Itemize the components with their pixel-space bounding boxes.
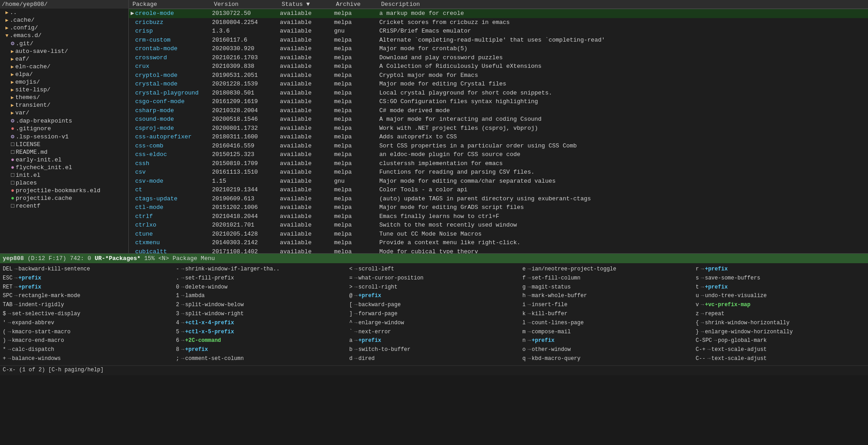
table-row[interactable]: cricbuzz 20180804.2254 available melpa C… (129, 18, 868, 27)
table-row[interactable]: csproj-mode 20200801.1732 available melp… (129, 124, 868, 133)
pkg-name[interactable]: cubicaltt (133, 247, 167, 254)
pkg-name[interactable]: ctune (133, 230, 153, 239)
table-row[interactable]: css-comb 20160416.559 available melpa So… (129, 142, 868, 151)
kb-arrow: → (8, 310, 11, 319)
table-row[interactable]: ctrlf 20210418.2044 available melpa Emac… (129, 212, 868, 221)
tree-item-flycheckinit[interactable]: ● flycheck_init.el (0, 164, 128, 171)
table-row[interactable]: csv 20161113.1510 available melpa Functi… (129, 168, 868, 177)
pkg-name[interactable]: csv-mode (133, 177, 163, 186)
table-row[interactable]: cubicaltt 20171108.1402 available melpa … (129, 247, 868, 254)
pkg-desc: Major mode for editing GrADS script file… (379, 203, 866, 212)
tree-item-var[interactable]: ▶ var/ (0, 109, 128, 117)
pkg-name[interactable]: ctags-update (133, 194, 178, 204)
table-row[interactable]: crossword 20210216.1703 available melpa … (129, 53, 868, 62)
tree-item-readme[interactable]: □ README.md (0, 148, 128, 156)
pkg-name[interactable]: crontab-mode (133, 44, 178, 53)
pkg-name[interactable]: css-comb (133, 142, 163, 151)
tree-item-emacsd[interactable]: ▼ .emacs.d/ (0, 32, 128, 39)
table-row[interactable]: ct 20210219.1344 available melpa Color T… (129, 185, 868, 194)
table-row[interactable]: csv-mode 1.15 available gnu Major mode f… (129, 177, 868, 186)
tree-item-gitignore[interactable]: ● .gitignore (0, 125, 128, 133)
pkg-name[interactable]: crux (133, 62, 149, 71)
pkg-name[interactable]: csharp-mode (133, 106, 174, 115)
table-row[interactable]: css-eldoc 20150125.323 available melpa a… (129, 150, 868, 159)
pkg-name[interactable]: css-autoprefixer (133, 133, 192, 142)
table-row[interactable]: crontab-mode 20200330.920 available melp… (129, 44, 868, 53)
table-row[interactable]: cssh 20150810.1709 available melpa clust… (129, 159, 868, 168)
pkg-name[interactable]: creole-mode (133, 9, 174, 18)
kb-arrow: → (8, 319, 11, 328)
table-row[interactable]: css-autoprefixer 20180311.1600 available… (129, 133, 868, 142)
table-row[interactable]: crystal-mode 20201228.1539 available mel… (129, 80, 868, 89)
kb-key: f (523, 274, 526, 283)
pkg-name[interactable]: csgo-conf-mode (133, 97, 184, 106)
pkg-archive: melpa (334, 124, 379, 133)
tree-item-lspsession[interactable]: ⚙ .lsp-session-v1 (0, 133, 128, 141)
tree-item-elpa[interactable]: ▶ elpa/ (0, 71, 128, 78)
tree-item-projectilebookmarks[interactable]: ● projectile-bookmarks.eld (0, 187, 128, 194)
kb-command: compose-mail (532, 328, 571, 337)
table-row[interactable]: ctags-update 20190609.613 available melp… (129, 194, 868, 204)
pkg-name[interactable]: crm-custom (133, 36, 170, 45)
table-row[interactable]: ctxmenu 20140303.2142 available melpa Pr… (129, 238, 868, 247)
tree-item-themes[interactable]: ▶ themes/ (0, 94, 128, 101)
table-row[interactable]: crisp 1.3.6 available gnu CRiSP/Brief Em… (129, 27, 868, 36)
tree-item-autosave[interactable]: ▶ auto-save-list/ (0, 47, 128, 55)
tree-item-license[interactable]: □ LICENSE (0, 141, 128, 148)
table-row[interactable]: csgo-conf-mode 20161209.1619 available m… (129, 97, 868, 106)
table-row[interactable]: ctrlxo 20201021.701 available melpa Swit… (129, 221, 868, 230)
tree-item-elncache[interactable]: ▶ eln-cache/ (0, 63, 128, 71)
tree-item-dotdot[interactable]: ▶ .. (0, 9, 128, 16)
pkg-name[interactable]: crossword (133, 53, 167, 62)
table-row[interactable]: csharp-mode 20210328.2004 available melp… (129, 106, 868, 115)
table-row[interactable]: crm-custom 20160117.6 available melpa Al… (129, 36, 868, 45)
pkg-name[interactable]: csv (133, 168, 146, 177)
pkg-name[interactable]: ctrlxo (133, 221, 156, 230)
kb-arrow: → (14, 265, 18, 274)
tree-item-config[interactable]: ▶ .config/ (0, 24, 128, 32)
tree-item-git[interactable]: ⚙ .git/ (0, 39, 128, 47)
tree-item-dap[interactable]: ⚙ .dap-breakpoints (0, 117, 128, 125)
pkg-name[interactable]: ct (133, 185, 142, 194)
tree-item-places[interactable]: □ places (0, 179, 128, 187)
table-row[interactable]: ctune 20210205.1428 available melpa Tune… (129, 230, 868, 239)
tree-item-projectilecache[interactable]: ● projectile.cache (0, 194, 128, 202)
pkg-name[interactable]: cricbuzz (133, 18, 163, 27)
tree-item-eaf[interactable]: ▶ eaf/ (0, 55, 128, 63)
pkg-desc: Cryptol major mode for Emacs (379, 71, 866, 80)
kb-key: t (696, 283, 699, 292)
tree-item-earlyinit[interactable]: ● early-init.el (0, 156, 128, 164)
table-row[interactable]: cryptol-mode 20190531.2051 available mel… (129, 71, 868, 80)
pkg-name-cell: ctune (131, 230, 212, 239)
table-row[interactable]: csound-mode 20200518.1546 available melp… (129, 115, 868, 124)
pkg-name-cell: cricbuzz (131, 18, 212, 27)
tree-item-recentf[interactable]: □ recentf (0, 202, 128, 210)
pkg-name[interactable]: csproj-mode (133, 124, 174, 133)
pkg-name[interactable]: ctrlf (133, 212, 153, 221)
pkg-name[interactable]: crystal-playground (133, 89, 198, 98)
pkg-version: 20200801.1732 (212, 124, 280, 133)
table-row[interactable]: ▶ creole-mode 20130722.50 available melp… (129, 9, 868, 18)
pkg-name[interactable]: csound-mode (133, 115, 174, 124)
table-row[interactable]: crux 20210309.838 available melpa A Coll… (129, 62, 868, 71)
kb-command: delete-window (185, 283, 228, 292)
tree-item-emojis[interactable]: ▶ emojis/ (0, 78, 128, 86)
kb-command: backward-page (359, 301, 401, 310)
col-status[interactable]: Status ▼ (280, 1, 334, 8)
pkg-name[interactable]: crystal-mode (133, 80, 178, 89)
pkg-name[interactable]: css-eldoc (133, 150, 167, 159)
pkg-name[interactable]: ctxmenu (133, 238, 160, 247)
pkg-status: available (280, 9, 334, 18)
tree-item-transient[interactable]: ▶ transient/ (0, 101, 128, 109)
tree-item-init[interactable]: □ init.el (0, 171, 128, 179)
pkg-name[interactable]: ctl-mode (133, 203, 163, 212)
pkg-name[interactable]: cryptol-mode (133, 71, 178, 80)
table-row[interactable]: crystal-playground 20180830.501 availabl… (129, 89, 868, 98)
table-row[interactable]: ctl-mode 20151202.1006 available melpa M… (129, 203, 868, 212)
tree-item-cache[interactable]: ▶ .cache/ (0, 16, 128, 24)
kb-item: [ → backward-page (349, 301, 519, 310)
kb-key: + (3, 355, 6, 364)
pkg-name[interactable]: cssh (133, 159, 149, 168)
tree-item-sitelisp[interactable]: ▶ site-lisp/ (0, 86, 128, 94)
pkg-name[interactable]: crisp (133, 27, 153, 36)
